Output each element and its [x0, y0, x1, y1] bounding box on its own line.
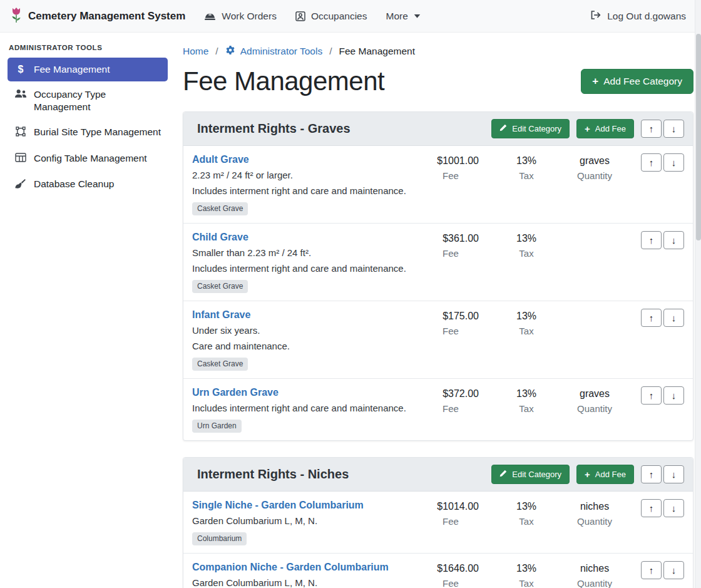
breadcrumb: Home / Administrator Tools / Fee Managem…	[183, 45, 693, 58]
nav-item-more[interactable]: More	[386, 11, 421, 22]
fee-amount: $175.00	[422, 309, 479, 323]
scrollbar[interactable]	[695, 0, 701, 588]
tax-rate: 13%	[504, 387, 548, 401]
fee-amount: $1646.00	[422, 562, 479, 575]
add-fee-button[interactable]: + Add Fee	[576, 119, 634, 138]
scrollbar-thumb[interactable]	[696, 34, 701, 240]
sidebar: Administrator Tools $ Fee Management Occ…	[0, 33, 175, 588]
fee-name-link[interactable]: Adult Grave	[192, 154, 249, 165]
breadcrumb-home-link[interactable]: Home	[183, 46, 208, 57]
fee-type-badge: Casket Grave	[192, 280, 248, 293]
sidebar-item-label: Config Table Management	[34, 152, 147, 165]
fee-amount-label: Fee	[422, 578, 479, 588]
fee-row: Single Niche - Garden Columbarium Garden…	[183, 492, 693, 553]
logout-label: Log Out d.gowans	[607, 11, 686, 22]
quantity-unit: niches	[557, 500, 632, 513]
fee-name-link[interactable]: Companion Niche - Garden Columbarium	[192, 562, 389, 573]
nav-item-occupancies[interactable]: Occupancies	[295, 11, 367, 22]
tax-label: Tax	[504, 326, 548, 336]
breadcrumb-current: Fee Management	[339, 46, 416, 57]
nav-label: Work Orders	[222, 11, 277, 22]
move-fee-up-button[interactable]: ↑	[641, 231, 662, 249]
arrow-up-icon: ↑	[649, 235, 654, 245]
breadcrumb-separator: /	[329, 46, 332, 57]
arrow-up-icon: ↑	[649, 157, 654, 168]
breadcrumb-admin-link[interactable]: Administrator Tools	[225, 45, 323, 58]
sidebar-item-burial-site-type-management[interactable]: Burial Site Type Management	[8, 120, 168, 145]
table-icon	[14, 153, 28, 165]
fee-name-link[interactable]: Child Grave	[192, 232, 248, 243]
fee-amount: $1014.00	[422, 500, 479, 513]
gear-icon	[225, 45, 235, 58]
arrow-up-icon: ↑	[649, 503, 654, 513]
breadcrumb-admin-label: Administrator Tools	[240, 46, 323, 57]
top-navbar: Cemetery Management System Work Orders	[0, 0, 701, 33]
fee-row: Infant Grave Under six years. Care and m…	[183, 301, 693, 378]
fee-category-card: Interment Rights - Graves Edit Category …	[183, 111, 693, 441]
logout-icon	[590, 10, 601, 23]
page-title: Fee Management	[183, 66, 384, 96]
move-fee-up-button[interactable]: ↑	[641, 561, 662, 579]
move-category-down-button[interactable]: ↓	[663, 120, 684, 138]
move-fee-down-button[interactable]: ↓	[663, 499, 684, 517]
move-fee-up-button[interactable]: ↑	[641, 386, 662, 405]
hard-hat-icon	[204, 11, 216, 21]
fee-description: Care and maintenance.	[192, 340, 417, 353]
sidebar-item-occupancy-type-management[interactable]: Occupancy Type Management	[8, 83, 168, 119]
fee-type-badge: Casket Grave	[192, 202, 248, 215]
add-fee-category-button[interactable]: + Add Fee Category	[581, 69, 693, 94]
add-fee-button[interactable]: + Add Fee	[576, 465, 634, 484]
tax-label: Tax	[504, 578, 548, 588]
move-fee-down-button[interactable]: ↓	[663, 309, 684, 327]
sidebar-item-database-cleanup[interactable]: Database Cleanup	[8, 172, 168, 197]
move-category-up-button[interactable]: ↑	[641, 120, 662, 138]
fee-name-link[interactable]: Single Niche - Garden Columbarium	[192, 500, 364, 511]
plus-icon: +	[585, 470, 590, 479]
fee-amount-cell: $1014.00 Fee	[422, 499, 479, 527]
nav-label: Occupancies	[311, 11, 367, 22]
quantity-label: Quantity	[557, 516, 632, 527]
sidebar-item-fee-management[interactable]: $ Fee Management	[8, 58, 168, 81]
move-category-up-button[interactable]: ↑	[641, 465, 662, 483]
category-header: Interment Rights - Niches Edit Category …	[183, 458, 693, 492]
chevron-down-icon	[414, 14, 421, 19]
edit-category-button[interactable]: Edit Category	[491, 119, 570, 138]
edit-category-button[interactable]: Edit Category	[491, 465, 570, 484]
fee-name-link[interactable]: Infant Grave	[192, 309, 250, 321]
fee-description: Garden Columbarium L, M, N.	[192, 515, 417, 527]
move-fee-up-button[interactable]: ↑	[641, 153, 662, 172]
nav-label: More	[386, 11, 408, 22]
tax-cell: 13% Tax	[504, 386, 548, 414]
sidebar-item-config-table-management[interactable]: Config Table Management	[8, 147, 168, 171]
move-fee-up-button[interactable]: ↑	[641, 499, 662, 517]
fee-row: Urn Garden Grave Includes interment righ…	[183, 378, 693, 440]
tax-rate: 13%	[504, 500, 548, 513]
move-fee-down-button[interactable]: ↓	[663, 153, 684, 172]
edit-category-label: Edit Category	[512, 470, 561, 479]
move-fee-down-button[interactable]: ↓	[663, 231, 684, 249]
move-fee-down-button[interactable]: ↓	[663, 561, 684, 579]
fee-amount-label: Fee	[422, 403, 479, 414]
move-fee-up-button[interactable]: ↑	[641, 309, 662, 327]
fee-name-link[interactable]: Urn Garden Grave	[192, 387, 279, 398]
dollar-icon: $	[14, 64, 28, 75]
move-category-down-button[interactable]: ↓	[663, 465, 684, 483]
move-fee-down-button[interactable]: ↓	[663, 386, 684, 405]
add-fee-label: Add Fee	[595, 124, 626, 133]
quantity-cell: niches Quantity	[557, 561, 632, 588]
tax-label: Tax	[504, 170, 548, 181]
fee-row: Child Grave Smaller than 2.23 m² / 24 ft…	[183, 223, 693, 301]
arrow-down-icon: ↓	[672, 565, 677, 575]
tax-label: Tax	[504, 516, 548, 527]
fee-amount-label: Fee	[422, 326, 479, 336]
broom-icon	[14, 178, 28, 192]
main-content: Home / Administrator Tools / Fee Managem…	[175, 33, 701, 588]
logout-link[interactable]: Log Out d.gowans	[590, 10, 686, 23]
quantity-unit: niches	[557, 562, 632, 575]
nav-item-work-orders[interactable]: Work Orders	[204, 11, 277, 22]
fee-type-badge: Urn Garden	[192, 420, 242, 433]
arrow-up-icon: ↑	[649, 312, 654, 323]
plus-icon: +	[592, 77, 598, 86]
arrow-up-icon: ↑	[649, 469, 654, 480]
fee-description: Includes interment right and care and ma…	[192, 402, 417, 415]
